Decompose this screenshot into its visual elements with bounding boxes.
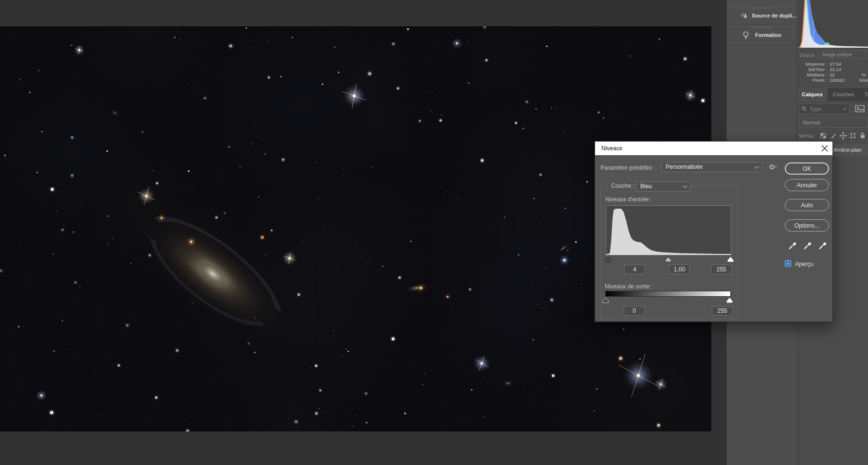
chevron-down-icon <box>683 185 687 188</box>
histogram-source-label: Source : <box>797 53 817 58</box>
search-icon <box>801 106 807 111</box>
output-highlight-field[interactable] <box>712 306 733 316</box>
lock-artboard-icon[interactable] <box>849 132 857 140</box>
preview-checkbox[interactable]: ✓ <box>785 260 791 267</box>
stat-label: Std Dev : <box>797 67 827 72</box>
filter-kind-image-icon[interactable] <box>854 105 865 113</box>
channel-value: Bleu <box>640 183 652 190</box>
input-shadow-slider[interactable] <box>605 256 611 262</box>
lock-position-move-icon[interactable] <box>839 132 847 140</box>
input-highlight-slider[interactable] <box>727 256 734 262</box>
dock-divider <box>727 0 796 6</box>
layer-filter-box[interactable] <box>799 104 850 114</box>
stat-value: 27,54 <box>830 61 841 67</box>
stat-row: Médiane : 22 <box>797 72 868 77</box>
panel-header-clone-source[interactable]: Source de dupli... <box>727 7 796 25</box>
output-shadow-field[interactable] <box>624 306 645 316</box>
preset-options-gear-icon[interactable]: ⚙▾ <box>769 163 777 171</box>
input-highlight-field[interactable] <box>711 265 732 274</box>
levels-dialog: Niveaux Paramètre prédéfini : Personnali… <box>595 141 833 322</box>
clone-stamp-icon <box>741 12 747 20</box>
layer-filter-input[interactable] <box>809 106 841 112</box>
tab-traces[interactable]: Tracés <box>859 88 868 101</box>
tab-calques[interactable]: Calques <box>797 88 828 101</box>
stat-label: Pixels : <box>797 77 827 83</box>
tab-couches[interactable]: Couches <box>828 88 859 101</box>
channel-select[interactable]: Bleu <box>636 181 690 192</box>
dialog-titlebar[interactable]: Niveaux <box>595 142 832 155</box>
lock-pixels-brush-icon[interactable] <box>830 132 837 140</box>
layer-name: Arrière-plan <box>833 147 861 153</box>
stat-row: Std Dev : 22,14 <box>797 67 868 72</box>
chevron-down-icon <box>755 166 760 169</box>
panel-header-label: Source de dupli... <box>752 13 796 18</box>
output-shadow-slider[interactable] <box>602 297 609 303</box>
lock-label: Verrou : <box>799 133 816 139</box>
white-point-eyedropper-icon[interactable] <box>818 240 828 250</box>
input-gamma-field[interactable] <box>669 265 690 274</box>
stat-value: 22,14 <box>830 67 841 72</box>
output-highlight-slider[interactable] <box>726 297 733 303</box>
photoshop-window: Source de dupli... Formation Source : Im… <box>0 0 868 465</box>
panel-header-learn[interactable]: Formation <box>727 26 796 45</box>
histogram-panel-plot <box>798 0 868 48</box>
panel-tabbar: Calques Couches Tracés <box>797 88 868 101</box>
black-point-eyedropper-icon[interactable] <box>788 240 797 250</box>
levels-histogram <box>606 205 731 255</box>
auto-button[interactable]: Auto <box>785 199 829 211</box>
preset-value: Personnalisée <box>666 163 703 170</box>
lightbulb-icon <box>741 31 751 39</box>
output-levels-label: Niveaux de sortie : <box>605 283 653 290</box>
close-icon[interactable] <box>821 145 828 152</box>
input-shadow-field[interactable] <box>624 265 645 274</box>
channel-label: Couche : <box>609 182 637 189</box>
levels-histogram-plot <box>606 206 731 255</box>
ok-button[interactable]: OK <box>785 162 829 175</box>
preview-label: Aperçu <box>795 261 814 268</box>
gray-point-eyedropper-icon[interactable] <box>803 240 813 250</box>
panel-header-label: Formation <box>755 32 781 38</box>
stat-value: 22 <box>830 72 835 77</box>
stat-row: Pixels : 118622 <box>797 77 868 83</box>
histogram-source-select[interactable]: Image entière <box>819 51 867 59</box>
stat-label: Médiane : <box>797 72 827 77</box>
output-gradient-bar <box>605 291 731 297</box>
input-levels-label: Niveaux d'entrée : <box>605 196 652 203</box>
chevron-down-icon <box>843 107 847 110</box>
stat-row: Moyenne : 27,54 <box>797 61 868 67</box>
stat-level-fragment: Nive <box>859 77 868 83</box>
blend-mode-select[interactable]: Normal <box>799 118 868 127</box>
input-gamma-slider[interactable] <box>665 256 671 262</box>
preset-label: Paramètre prédéfini : <box>600 164 655 171</box>
options-button[interactable]: Options... <box>785 219 829 232</box>
stat-value: 118622 <box>830 77 845 83</box>
stat-label: Moyenne : <box>797 61 827 67</box>
lock-all-icon[interactable] <box>859 132 867 140</box>
preset-select[interactable]: Personnalisée <box>661 162 762 172</box>
cancel-button[interactable]: Annuler <box>785 179 829 191</box>
stat-percent-fragment: % <box>862 72 866 77</box>
lock-transparency-icon[interactable] <box>819 132 827 140</box>
